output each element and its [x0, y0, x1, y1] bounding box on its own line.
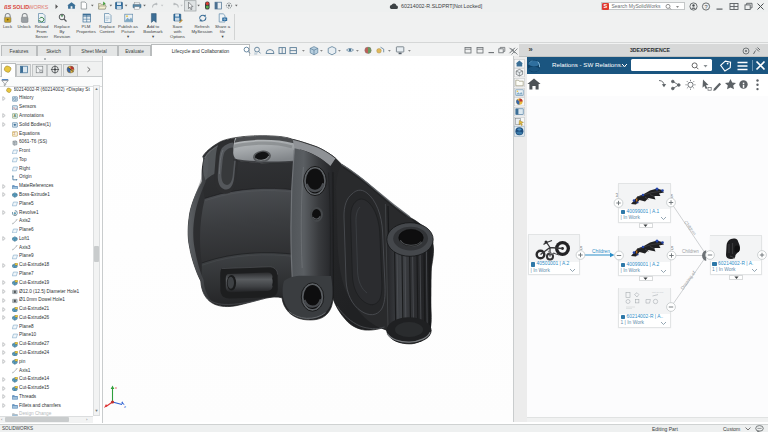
svg-text:z: z	[124, 404, 126, 409]
svg-text:A: A	[13, 114, 16, 119]
svg-text:ßS: ßS	[4, 3, 12, 9]
svg-text:WORKS: WORKS	[28, 3, 48, 9]
svg-text:SOLID: SOLID	[13, 3, 29, 9]
svg-text:?: ?	[704, 3, 707, 9]
svg-text:x: x	[115, 385, 117, 390]
